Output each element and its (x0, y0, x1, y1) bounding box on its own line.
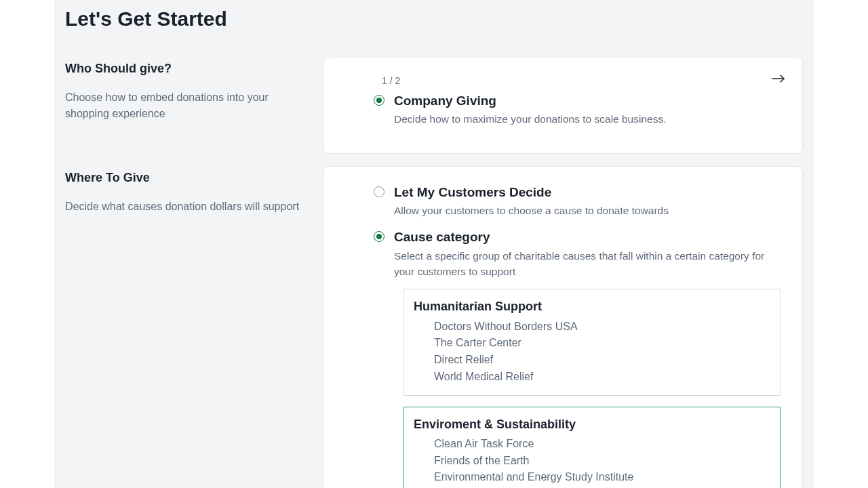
where-card: Let My Customers Decide Allow your custo… (323, 166, 803, 488)
option-cause-category-text: Cause category Select a specific group o… (394, 228, 774, 279)
section-where-left: Where To Give Decide what causes donatio… (65, 166, 308, 488)
radio-customers-decide[interactable] (374, 186, 384, 197)
category-box[interactable]: Humanitarian SupportDoctors Without Bord… (403, 289, 781, 395)
section-where: Where To Give Decide what causes donatio… (65, 166, 803, 488)
option-company-giving-title: Company Giving (394, 92, 666, 110)
pager: 1 / 2 (382, 74, 785, 87)
where-desc: Decide what causes donation dollars will… (65, 199, 308, 215)
where-heading: Where To Give (65, 169, 308, 186)
category-org: World Medical Relief (414, 369, 770, 386)
category-title: Humanitarian Support (414, 298, 770, 315)
company-giving-card: 1 / 2 Company Giving Decide how to maxim… (323, 57, 803, 154)
category-org: Environmental and Energy Study Institute (414, 469, 770, 486)
radio-company-giving[interactable] (374, 95, 384, 106)
page-title: Let's Get Started (65, 4, 803, 34)
option-customers-decide-sub: Allow your customers to choose a cause t… (394, 203, 669, 218)
category-org: Direct Relief (414, 352, 770, 369)
category-box[interactable]: Enviroment & SustainabilityClean Air Tas… (403, 407, 781, 488)
category-org: Clean Air Task Force (414, 436, 770, 453)
option-company-giving-text: Company Giving Decide how to maximize yo… (394, 92, 666, 127)
category-org: Doctors Without Borders USA (414, 319, 770, 336)
who-desc: Choose how to embed donations into your … (65, 89, 308, 122)
who-heading: Who Should give? (65, 60, 308, 77)
section-who-left: Who Should give? Choose how to embed don… (65, 57, 308, 154)
option-customers-decide[interactable]: Let My Customers Decide Allow your custo… (374, 183, 785, 219)
category-org: Friends of the Earth (414, 453, 770, 470)
option-customers-decide-title: Let My Customers Decide (394, 183, 669, 202)
category-org: The Carter Center (414, 335, 770, 352)
option-company-giving-sub: Decide how to maximize your donations to… (394, 111, 666, 127)
option-company-giving[interactable]: Company Giving Decide how to maximize yo… (374, 92, 785, 127)
option-cause-category-title: Cause category (394, 228, 774, 247)
next-arrow-icon[interactable] (771, 71, 786, 86)
category-title: Enviroment & Sustainability (414, 415, 770, 433)
radio-cause-category[interactable] (374, 231, 384, 242)
section-who: Who Should give? Choose how to embed don… (65, 57, 803, 154)
option-customers-decide-text: Let My Customers Decide Allow your custo… (394, 183, 669, 219)
option-cause-category-sub: Select a specific group of charitable ca… (394, 248, 774, 280)
option-cause-category[interactable]: Cause category Select a specific group o… (374, 228, 785, 279)
category-list[interactable]: Humanitarian SupportDoctors Without Bord… (403, 289, 782, 488)
